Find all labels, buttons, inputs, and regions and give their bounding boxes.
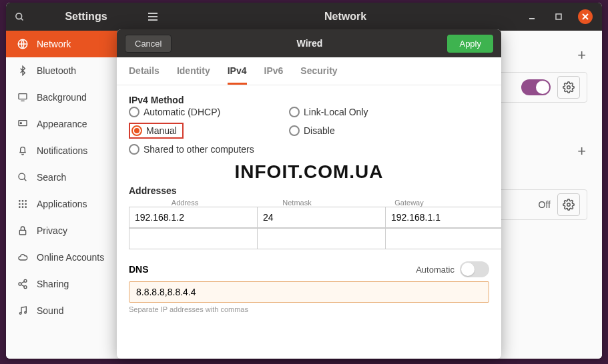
address-row (129, 228, 489, 249)
minimize-button[interactable] (525, 9, 539, 24)
svg-point-18 (25, 200, 27, 202)
sidebar-item-label: Appearance (37, 119, 87, 129)
svg-point-24 (25, 206, 27, 208)
svg-line-29 (21, 281, 25, 283)
watermark-text: INFOIT.COM.UA (129, 161, 489, 183)
window-controls (525, 9, 602, 24)
sidebar-item-label: Search (37, 172, 66, 183)
svg-point-33 (567, 86, 571, 89)
sidebar-item-label: Applications (37, 199, 87, 209)
radio-icon (289, 107, 300, 117)
svg-point-16 (19, 200, 21, 202)
radio-icon (129, 107, 139, 117)
radio-disable[interactable]: Disable (289, 123, 422, 139)
netmask-input[interactable] (257, 207, 385, 228)
sidebar-item-label: Sound (37, 305, 63, 316)
tab-ipv6[interactable]: IPv6 (264, 65, 284, 85)
svg-point-20 (22, 203, 24, 205)
appearance-icon (17, 118, 29, 130)
gateway-input[interactable] (385, 228, 501, 249)
radio-icon (131, 125, 142, 136)
dns-automatic-toggle[interactable] (460, 261, 489, 277)
ipv4-method-label: IPv4 Method (129, 95, 184, 105)
add-wired-button[interactable]: + (577, 47, 586, 64)
minimize-icon (528, 13, 536, 21)
svg-point-23 (22, 206, 24, 208)
apply-button[interactable]: Apply (447, 35, 493, 53)
svg-point-34 (567, 203, 571, 207)
address-row (129, 207, 489, 228)
gateway-input[interactable] (385, 207, 501, 228)
svg-point-26 (24, 279, 27, 282)
radio-manual[interactable]: Manual (131, 125, 177, 136)
dialog-body: IPv4 Method Automatic (DHCP) Link-Local … (117, 85, 501, 359)
maximize-icon (555, 13, 563, 21)
sidebar-item-label: Bluetooth (37, 65, 76, 76)
maximize-button[interactable] (551, 9, 566, 24)
search-icon (15, 12, 25, 22)
tab-identity[interactable]: Identity (177, 65, 210, 85)
dns-servers-input[interactable] (129, 281, 489, 303)
proxy-off-label: Off (539, 199, 551, 210)
share-icon (17, 278, 29, 290)
svg-point-27 (19, 283, 21, 285)
close-button[interactable] (578, 9, 593, 24)
svg-line-1 (21, 18, 23, 20)
hamburger-button[interactable] (139, 3, 166, 31)
gear-icon (563, 199, 575, 211)
wired-settings-dialog: Cancel Wired Apply Details Identity IPv4… (117, 29, 501, 359)
cloud-icon (17, 251, 29, 263)
titlebar-search-button[interactable] (6, 3, 33, 31)
add-vpn-button[interactable]: + (577, 143, 586, 160)
svg-point-32 (25, 311, 27, 313)
tab-security[interactable]: Security (300, 65, 337, 85)
netmask-input[interactable] (257, 228, 385, 249)
svg-point-0 (15, 13, 21, 19)
tab-details[interactable]: Details (129, 65, 160, 85)
svg-point-13 (20, 123, 21, 124)
search-icon (17, 171, 29, 183)
svg-rect-25 (19, 230, 25, 235)
svg-line-15 (24, 179, 26, 181)
proxy-settings-button[interactable] (557, 193, 580, 216)
sidebar-item-label: Background (37, 92, 87, 103)
addresses-label: Addresses (129, 185, 489, 196)
address-input[interactable] (129, 228, 257, 249)
app-title: Settings (33, 11, 139, 23)
display-icon (17, 91, 29, 103)
dns-automatic-label: Automatic (416, 265, 454, 275)
svg-rect-6 (556, 14, 561, 19)
svg-rect-10 (19, 94, 27, 99)
radio-icon (129, 144, 139, 155)
dialog-tabs: Details Identity IPv4 IPv6 Security (117, 57, 501, 85)
sidebar-item-label: Privacy (37, 225, 67, 236)
grid-icon (17, 198, 29, 210)
wired-toggle[interactable] (521, 79, 551, 95)
svg-point-28 (24, 286, 27, 289)
music-icon (17, 305, 29, 317)
bluetooth-icon (17, 65, 29, 77)
radio-shared[interactable]: Shared to other computers (129, 144, 289, 155)
titlebar: Settings Network (6, 3, 602, 31)
address-input[interactable] (129, 207, 257, 228)
radio-automatic[interactable]: Automatic (DHCP) (129, 107, 289, 117)
tab-ipv4[interactable]: IPv4 (228, 65, 247, 85)
dns-label: DNS (129, 264, 149, 275)
dialog-title: Wired (172, 38, 447, 49)
page-title: Network (166, 11, 525, 23)
gear-icon (563, 81, 575, 93)
wired-settings-button[interactable] (557, 76, 580, 99)
sidebar-item-label: Network (37, 39, 71, 49)
svg-point-14 (19, 173, 25, 179)
svg-point-22 (19, 206, 21, 208)
hamburger-icon (147, 12, 158, 21)
sidebar-item-label: Sharing (37, 279, 69, 289)
radio-link-local[interactable]: Link-Local Only (289, 107, 422, 117)
sidebar-item-label: Notifications (37, 145, 87, 156)
dialog-header: Cancel Wired Apply (117, 29, 501, 57)
close-icon (581, 13, 589, 21)
svg-point-17 (22, 200, 24, 202)
svg-point-21 (25, 203, 27, 205)
cancel-button[interactable]: Cancel (125, 35, 172, 53)
svg-point-31 (19, 313, 21, 315)
